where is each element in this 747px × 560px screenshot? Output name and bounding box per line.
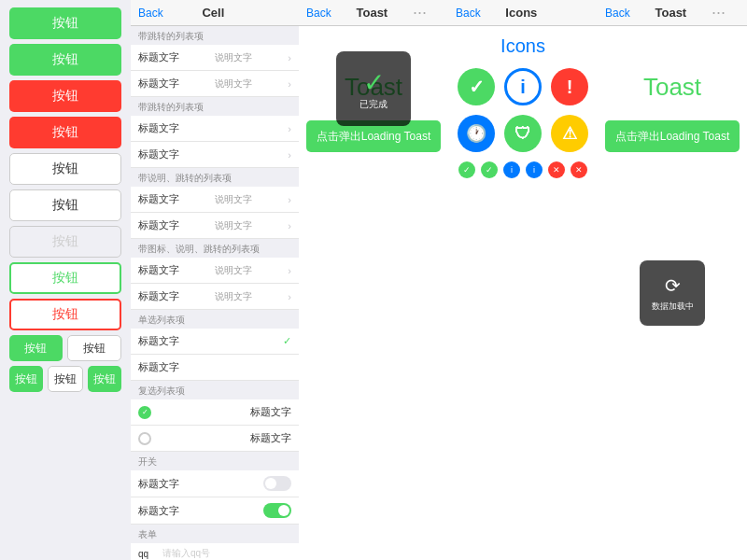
button-half-white-1[interactable]: 按钮 bbox=[67, 335, 122, 361]
section-header-6: 复选列表项 bbox=[131, 381, 299, 399]
toast-header: Back Toast ··· bbox=[299, 0, 448, 26]
cell-item[interactable]: 标题文字 说明文字 › bbox=[131, 187, 299, 213]
icons-body: Icons ✓ i ! 🕐 🛡 ⚠ ✓ ✓ i i ✕ ✕ bbox=[448, 26, 598, 560]
toast-bl-header: Back Toast ··· bbox=[598, 0, 747, 26]
cell-arrow-icon: › bbox=[288, 52, 291, 63]
panel-toast-bl: Back Toast ··· Toast 点击弹出Loading Toast ⟳… bbox=[598, 0, 747, 560]
cell-item[interactable]: 标题文字 说明文字 › bbox=[131, 45, 299, 71]
shield-icon: 🛡 bbox=[504, 115, 542, 152]
cell-item[interactable]: 标题文字 说明文字 › bbox=[131, 71, 299, 97]
cell-detail: 说明文字 bbox=[215, 193, 252, 206]
section-header-5: 单选列表项 bbox=[131, 310, 299, 329]
small-close-icon-2: ✕ bbox=[571, 161, 587, 178]
toast-back-button[interactable]: Back bbox=[306, 7, 331, 20]
cell-title: 标题文字 bbox=[138, 121, 179, 135]
button-half-green-3[interactable]: 按钮 bbox=[88, 366, 121, 392]
cell-item[interactable]: 标题文字 说明文字 › bbox=[131, 284, 299, 310]
button-outline-red[interactable]: 按钮 bbox=[9, 299, 121, 330]
qq-input-row: qq 请输入qq号 bbox=[131, 543, 299, 560]
cell-header: Back Cell bbox=[131, 0, 299, 26]
cell-item[interactable]: 标题文字 › bbox=[131, 142, 299, 168]
panel-icons: Back Icons Icons ✓ i ! 🕐 🛡 ⚠ ✓ ✓ i i ✕ ✕ bbox=[448, 0, 598, 560]
cell-scroll-content[interactable]: 带跳转的列表项 标题文字 说明文字 › 标题文字 说明文字 › 带跳转的列表项 … bbox=[131, 26, 299, 560]
cell-item[interactable]: 标题文字 bbox=[131, 470, 299, 497]
cell-item[interactable]: 标题文字 › bbox=[131, 116, 299, 142]
cell-header-title: Cell bbox=[163, 6, 263, 20]
button-white-1[interactable]: 按钮 bbox=[9, 153, 121, 185]
cell-detail: 说明文字 bbox=[215, 290, 252, 303]
cell-detail: 说明文字 bbox=[215, 77, 252, 91]
button-red-1[interactable]: 按钮 bbox=[9, 80, 121, 112]
button-half-white-2[interactable]: 按钮 bbox=[48, 366, 83, 392]
toggle-off[interactable] bbox=[263, 476, 291, 491]
button-half-green-1[interactable]: 按钮 bbox=[9, 335, 63, 361]
icons-row-1: ✓ i ! bbox=[458, 68, 588, 105]
cell-title: 标题文字 bbox=[250, 405, 291, 419]
button-row-2: 按钮 按钮 按钮 bbox=[9, 366, 121, 392]
icons-title: Icons bbox=[500, 35, 545, 57]
cell-item[interactable]: 标题文字 bbox=[131, 426, 299, 452]
loading-text: 数据加载中 bbox=[652, 301, 694, 313]
section-header-3: 带说明、跳转的列表项 bbox=[131, 168, 299, 187]
cell-detail: 说明文字 bbox=[215, 264, 252, 277]
cell-title: 标题文字 bbox=[138, 504, 179, 518]
button-green-1[interactable]: 按钮 bbox=[9, 7, 121, 39]
checkbox-checked-icon[interactable]: ✓ bbox=[138, 406, 151, 419]
qq-placeholder: 请输入qq号 bbox=[162, 547, 291, 560]
section-header-2: 带跳转的列表项 bbox=[131, 97, 299, 116]
button-green-2[interactable]: 按钮 bbox=[9, 44, 121, 76]
checkmark-icon: ✓ bbox=[283, 335, 291, 347]
icons-header-title: Icons bbox=[481, 6, 562, 20]
cell-title: 标题文字 bbox=[250, 431, 291, 445]
info-icon: i bbox=[504, 68, 542, 105]
cell-item[interactable]: 标题文字 说明文字 › bbox=[131, 213, 299, 239]
cell-item[interactable]: ✓ 标题文字 bbox=[131, 399, 299, 426]
button-red-2[interactable]: 按钮 bbox=[9, 117, 121, 148]
icons-small-row: ✓ ✓ i i ✕ ✕ bbox=[458, 161, 587, 178]
cell-item[interactable]: 标题文字 bbox=[131, 497, 299, 525]
checkmark-icon: ✓ bbox=[458, 68, 495, 105]
warning-icon: ! bbox=[551, 68, 588, 105]
cell-item[interactable]: 标题文字 bbox=[131, 355, 299, 381]
small-info-icon-1: i bbox=[503, 161, 520, 178]
cell-detail: 说明文字 bbox=[215, 51, 252, 64]
icons-back-button[interactable]: Back bbox=[456, 7, 481, 20]
cell-title: 标题文字 bbox=[138, 289, 179, 303]
toggle-on[interactable] bbox=[263, 503, 291, 518]
small-check-icon-1: ✓ bbox=[458, 161, 475, 178]
toast-bl-screen: Toast 点击弹出Loading Toast ⟳ 数据加载中 bbox=[598, 26, 747, 560]
toast-completed-label: 已完成 bbox=[359, 98, 388, 111]
button-outline-green[interactable]: 按钮 bbox=[9, 262, 121, 294]
cell-title: 标题文字 bbox=[138, 218, 179, 232]
cell-arrow-icon: › bbox=[288, 220, 291, 231]
button-white-2[interactable]: 按钮 bbox=[9, 189, 121, 221]
small-info-icon-2: i bbox=[526, 161, 543, 178]
cell-title: 标题文字 bbox=[138, 192, 179, 206]
cell-arrow-icon: › bbox=[288, 265, 291, 276]
small-check-icon-2: ✓ bbox=[481, 161, 498, 178]
toast-bl-back-button[interactable]: Back bbox=[605, 7, 630, 20]
button-disabled[interactable]: 按钮 bbox=[9, 226, 121, 258]
toast-screen: Toast 点击弹出Loading Toast ✓ 已完成 bbox=[299, 26, 448, 560]
qq-label: qq bbox=[138, 549, 159, 559]
section-header-1: 带跳转的列表项 bbox=[131, 26, 299, 45]
cell-title: 标题文字 bbox=[138, 477, 179, 491]
section-header-7: 开关 bbox=[131, 452, 299, 470]
cell-title: 标题文字 bbox=[138, 50, 179, 64]
cell-back-button[interactable]: Back bbox=[138, 7, 163, 20]
toast-bl-bar[interactable]: 点击弹出Loading Toast bbox=[605, 120, 740, 152]
icons-header: Back Icons bbox=[448, 0, 598, 26]
cell-item[interactable]: 标题文字 说明文字 › bbox=[131, 258, 299, 284]
cell-title: 标题文字 bbox=[138, 77, 179, 91]
panel-cell: Back Cell 带跳转的列表项 标题文字 说明文字 › 标题文字 说明文字 … bbox=[131, 0, 299, 560]
button-half-green-2[interactable]: 按钮 bbox=[9, 366, 43, 392]
toast-bl-bar-label: 点击弹出Loading Toast bbox=[615, 129, 730, 145]
checkbox-empty-icon[interactable] bbox=[138, 432, 151, 445]
toast-bl-header-title: Toast bbox=[630, 6, 712, 20]
icons-row-2: 🕐 🛡 ⚠ bbox=[458, 115, 588, 152]
section-header-form: 表单 bbox=[131, 525, 299, 543]
toast-bl-big-title: Toast bbox=[643, 73, 701, 102]
cell-arrow-icon: › bbox=[288, 291, 291, 302]
toast-completed-overlay: ✓ 已完成 bbox=[336, 51, 411, 126]
cell-item[interactable]: 标题文字 ✓ bbox=[131, 329, 299, 355]
